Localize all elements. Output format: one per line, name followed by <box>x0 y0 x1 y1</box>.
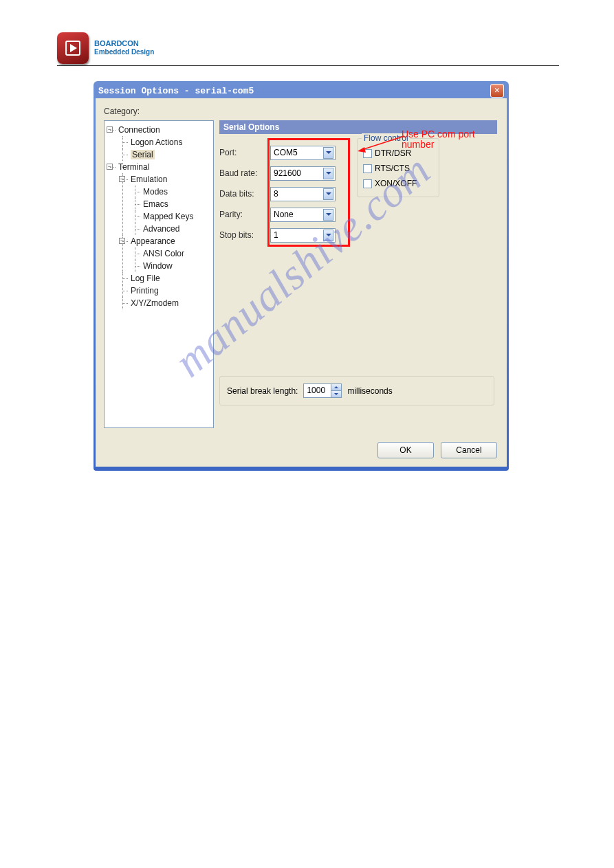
dialog-buttons: OK Cancel <box>377 442 497 458</box>
dialog-title: Session Options - serial-com5 <box>98 86 490 96</box>
collapse-icon[interactable]: − <box>107 126 113 133</box>
tree-mapped-keys[interactable]: Mapped Keys <box>131 210 212 223</box>
tree-printing[interactable]: Printing <box>118 285 212 297</box>
collapse-icon[interactable]: − <box>107 164 113 170</box>
ms-label: milliseconds <box>347 386 392 396</box>
data-bits-select[interactable]: 8 <box>270 187 336 201</box>
flow-control-legend: Flow control <box>362 133 410 143</box>
brand-text: BOARDCON Embedded Design <box>94 39 154 56</box>
port-select[interactable]: COM5 <box>270 146 336 160</box>
spinner-down-icon[interactable] <box>331 391 341 397</box>
tree-xyz[interactable]: X/Y/Zmodem <box>118 297 212 309</box>
break-length-group: Serial break length: 1000 milliseconds <box>219 376 494 405</box>
category-tree[interactable]: − Connection Logon Actions Serial − Term… <box>104 120 214 428</box>
close-button[interactable]: ✕ <box>490 84 504 98</box>
session-options-dialog: Session Options - serial-com5 ✕ Category… <box>94 81 509 471</box>
break-length-spinner[interactable]: 1000 <box>303 383 342 398</box>
tree-appearance[interactable]: − Appearance ANSI Color Window <box>118 235 212 272</box>
section-header: Serial Options <box>219 120 497 134</box>
stop-bits-label: Stop bits: <box>219 230 270 240</box>
category-label: Category: <box>104 107 498 116</box>
xon-xoff-checkbox[interactable]: XON/XOFF <box>363 176 433 191</box>
chevron-down-icon[interactable] <box>323 168 333 179</box>
break-length-label: Serial break length: <box>227 386 298 396</box>
parity-label: Parity: <box>219 210 270 219</box>
play-icon <box>65 41 80 56</box>
rts-cts-checkbox[interactable]: RTS/CTS <box>363 161 433 176</box>
tree-terminal[interactable]: − Terminal − Emulation Modes Emacs Mappe… <box>106 161 212 309</box>
checkbox-icon[interactable] <box>363 179 372 188</box>
baud-label: Baud rate: <box>219 168 270 178</box>
parity-select[interactable]: None <box>270 208 336 222</box>
baud-select[interactable]: 921600 <box>270 166 336 181</box>
ok-button[interactable]: OK <box>377 442 434 458</box>
brand-line1: BOARDCON <box>94 39 154 48</box>
tree-emacs[interactable]: Emacs <box>131 198 212 210</box>
collapse-icon[interactable]: − <box>119 238 125 244</box>
doc-header: BOARDCON Embedded Design <box>57 30 559 66</box>
stop-bits-select[interactable]: 1 <box>270 228 336 243</box>
spinner-up-icon[interactable] <box>331 384 341 391</box>
tree-ansi-color[interactable]: ANSI Color <box>131 247 212 260</box>
collapse-icon[interactable]: − <box>119 176 125 182</box>
chevron-down-icon[interactable] <box>323 230 333 241</box>
tree-log-file[interactable]: Log File <box>118 272 212 285</box>
serial-options-pane: Serial Options Port: COM5 Baud rate: 921… <box>219 120 497 405</box>
tree-logon-actions[interactable]: Logon Actions <box>118 136 212 148</box>
tree-advanced[interactable]: Advanced <box>131 223 212 235</box>
port-label: Port: <box>219 148 270 157</box>
dtr-dsr-checkbox[interactable]: DTR/DSR <box>363 146 433 161</box>
flow-control-group: Flow control DTR/DSR RTS/CTS XON/XOFF <box>357 138 439 197</box>
tree-connection[interactable]: − Connection Logon Actions Serial <box>106 124 212 161</box>
dialog-body: Category: − Connection Logon Actions Ser… <box>96 98 507 467</box>
dialog-titlebar[interactable]: Session Options - serial-com5 ✕ <box>96 83 507 98</box>
brand-line2: Embedded Design <box>94 48 154 56</box>
tree-emulation[interactable]: − Emulation Modes Emacs Mapped Keys Adva… <box>118 173 212 235</box>
tree-serial[interactable]: Serial <box>118 148 212 161</box>
brand-logo <box>57 32 89 64</box>
data-bits-label: Data bits: <box>219 189 270 199</box>
cancel-button[interactable]: Cancel <box>441 442 497 458</box>
checkbox-icon[interactable] <box>363 164 372 173</box>
chevron-down-icon[interactable] <box>323 188 333 200</box>
chevron-down-icon[interactable] <box>323 147 333 159</box>
serial-params: Port: COM5 Baud rate: 921600 Data bits: <box>219 134 497 245</box>
checkbox-icon[interactable] <box>363 149 372 158</box>
tree-window[interactable]: Window <box>131 260 212 272</box>
chevron-down-icon[interactable] <box>323 209 333 221</box>
tree-modes[interactable]: Modes <box>131 186 212 198</box>
